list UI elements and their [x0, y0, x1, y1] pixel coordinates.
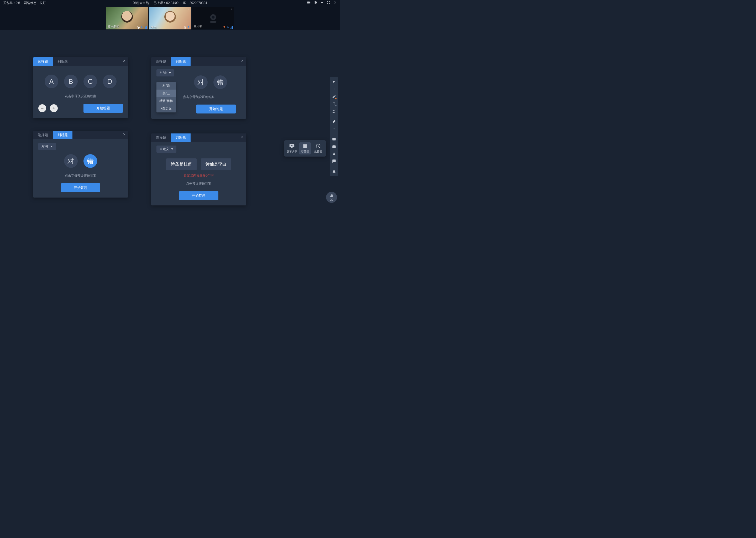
dropdown-item[interactable]: 精致/粗糙 [157, 97, 176, 105]
buzz-device-button[interactable]: 抢答器 [312, 142, 324, 154]
record-icon [184, 26, 186, 28]
tab-choice[interactable]: 选择题 [33, 57, 53, 66]
minimize-icon[interactable] [320, 1, 324, 5]
settings-icon[interactable] [313, 1, 317, 5]
toolbox-tool-icon[interactable] [330, 143, 337, 150]
pen-tool-icon[interactable] [330, 93, 337, 100]
tile-close-icon[interactable]: ✕ [230, 8, 233, 11]
option-b[interactable]: B [64, 75, 78, 88]
mic-muted-icon [223, 26, 226, 28]
tab-judge[interactable]: 判断题 [171, 134, 191, 142]
option-true[interactable]: 对 [194, 76, 208, 89]
packet-loss-label: 丢包率：0% [3, 1, 20, 5]
start-button[interactable]: 开始答题 [179, 191, 218, 200]
option-c[interactable]: C [83, 75, 97, 88]
close-icon[interactable]: × [241, 59, 244, 63]
error-text: 自定义内容最多5个字 [157, 173, 241, 178]
increase-button[interactable]: + [50, 104, 58, 112]
screen-share-button[interactable]: 屏幕共享 [286, 142, 298, 154]
teaching-tools: 屏幕共享 答题器 抢答器 [284, 140, 326, 157]
start-button[interactable]: 开始答题 [196, 105, 236, 114]
video-tile[interactable]: ✕ 王小明 [192, 7, 234, 29]
hint-text: 点击字母预设正确答案 [38, 94, 123, 98]
mic-icon [140, 26, 143, 28]
eraser-tool-icon[interactable] [330, 118, 337, 125]
camera-toggle-icon[interactable] [307, 1, 311, 5]
tab-judge[interactable]: 判断题 [53, 131, 72, 139]
network-status-label: 网络状态：良好 [24, 1, 46, 5]
chat-tool-icon[interactable] [330, 158, 337, 164]
session-id: ID：2020070324 [183, 1, 207, 5]
participant-name: 王小明 [194, 25, 202, 28]
svg-point-4 [333, 128, 334, 129]
chevron-down-icon [51, 146, 53, 147]
hand-count: 0/2 [330, 198, 333, 201]
start-button[interactable]: 开始答题 [83, 104, 123, 113]
course-title: 神秘大自然 [133, 1, 149, 5]
elapsed-time: 已上课：02:34:09 [154, 1, 178, 5]
tab-choice[interactable]: 选择题 [151, 134, 171, 142]
video-tile[interactable]: 叮当老师 [106, 7, 148, 29]
chevron-down-icon [169, 72, 171, 74]
hint-text: 点击预设正确答案 [157, 182, 241, 186]
bell-tool-icon[interactable] [330, 168, 337, 175]
tile-close-icon[interactable]: ✕ [187, 8, 190, 11]
tab-choice[interactable]: 选择题 [33, 131, 53, 139]
svg-point-3 [212, 16, 215, 19]
hint-text: 点击字母预设正确答案 [38, 174, 123, 178]
start-button[interactable]: 开始答题 [61, 183, 100, 192]
fullscreen-icon[interactable] [327, 1, 330, 5]
move-tool-icon[interactable] [330, 86, 337, 92]
svg-rect-6 [305, 144, 307, 146]
judge-type-dropdown[interactable]: 对/错 [157, 69, 174, 77]
decrease-button[interactable]: − [38, 104, 46, 112]
chevron-down-icon [171, 148, 173, 150]
tab-judge[interactable]: 判断题 [171, 57, 191, 66]
quiz-panel-choice: 选择题 判断题 × A B C D 点击字母预设正确答案 − + 开始答题 [33, 57, 128, 118]
close-icon[interactable]: × [123, 59, 125, 63]
mic-icon [226, 26, 229, 28]
option-false[interactable]: 错 [213, 76, 227, 89]
option-true[interactable]: 对 [64, 154, 78, 168]
participant-name: 叮当老师 [108, 25, 119, 28]
option-false[interactable]: 错 [83, 154, 97, 168]
svg-point-2 [210, 21, 216, 23]
close-icon[interactable] [333, 1, 337, 5]
judge-type-dropdown[interactable]: 自定义 [157, 145, 176, 153]
dropdown-item-custom[interactable]: +自定义 [157, 105, 176, 112]
participant-name: Nina [151, 26, 157, 28]
close-icon[interactable]: × [123, 133, 125, 136]
record-icon [137, 26, 140, 28]
option-d[interactable]: D [103, 75, 117, 88]
custom-option-chip[interactable]: 诗仙是李白 [201, 158, 231, 170]
signal-icon [230, 26, 233, 28]
quiz-panel-custom: 选择题 判断题 × 自定义 诗圣是杜甫 诗仙是李白 自定义内容最多5个字 点击预… [151, 134, 246, 205]
custom-option-chip[interactable]: 诗圣是杜甫 [166, 158, 197, 170]
dot-tool-icon[interactable] [330, 125, 337, 132]
tab-judge[interactable]: 判断题 [53, 57, 72, 66]
tab-choice[interactable]: 选择题 [151, 57, 171, 66]
mic-icon [187, 26, 190, 28]
top-bar: 丢包率：0% 网络状态：良好 神秘大自然 已上课：02:34:09 ID：202… [0, 0, 340, 6]
raise-hand-button[interactable]: 0/2 [326, 192, 337, 203]
answer-device-button[interactable]: 答题器 [299, 142, 311, 154]
svg-rect-7 [303, 146, 305, 148]
option-a[interactable]: A [45, 75, 58, 88]
quiz-panel-judge-selected: 选择题 判断题 × 对/错 对 错 点击字母预设正确答案 开始答题 [33, 131, 128, 197]
video-tile[interactable]: ✕ Nina [149, 7, 191, 29]
judge-type-dropdown[interactable]: 对/错 [38, 143, 56, 150]
signal-icon [144, 26, 147, 28]
quiz-panel-judge-dropdown: 选择题 判断题 × 对/错 对/错 美/丑 精致/粗糙 +自定义 对 错 点击字… [151, 57, 246, 119]
scissors-tool-icon[interactable] [330, 108, 337, 115]
camera-off-icon [208, 12, 219, 24]
hand-icon [329, 193, 334, 198]
folder-tool-icon[interactable] [330, 135, 337, 142]
dropdown-item[interactable]: 美/丑 [157, 89, 176, 97]
cursor-tool-icon[interactable] [330, 78, 337, 85]
text-tool-icon[interactable] [330, 100, 337, 107]
person-tool-icon[interactable] [330, 150, 337, 157]
svg-rect-0 [321, 2, 323, 3]
close-icon[interactable]: × [241, 135, 244, 139]
dropdown-item[interactable]: 对/错 [157, 82, 176, 89]
svg-rect-8 [305, 146, 307, 148]
